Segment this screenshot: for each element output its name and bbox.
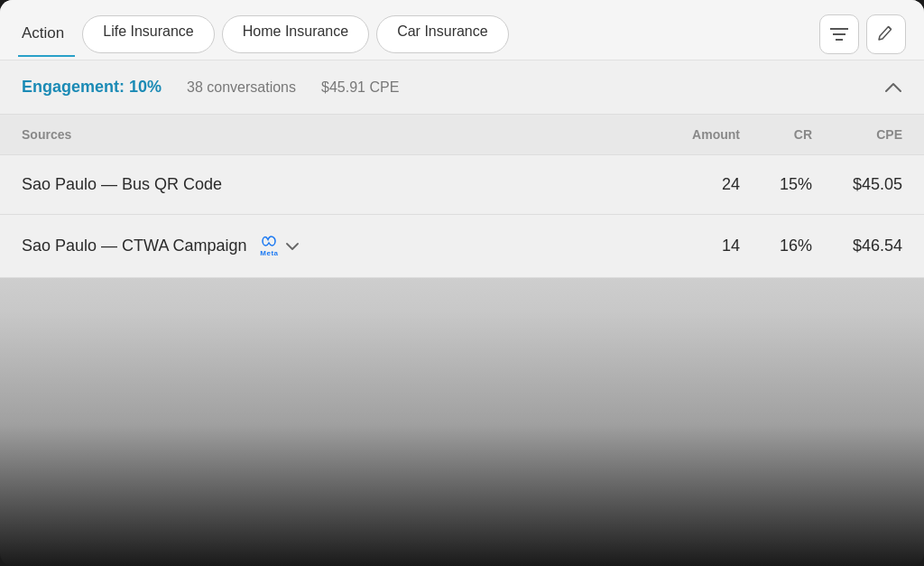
- meta-icon: Meta: [259, 235, 279, 257]
- tab-home-insurance[interactable]: Home Insurance: [222, 15, 369, 53]
- tab-car-insurance-label: Car Insurance: [397, 23, 488, 39]
- edit-button[interactable]: [866, 14, 906, 54]
- engagement-conversations: 38 conversations: [187, 79, 296, 96]
- edit-icon: [878, 24, 894, 45]
- col-header-sources: Sources: [22, 127, 632, 142]
- row-amount-2: 14: [632, 237, 740, 255]
- col-header-cpe: CPE: [812, 127, 902, 142]
- row-source-1: Sao Paulo — Bus QR Code: [22, 175, 632, 194]
- table-row: Sao Paulo — CTWA Campaign Meta 14 16%: [0, 215, 924, 278]
- col-header-cr: CR: [740, 127, 812, 142]
- meta-text: Meta: [260, 250, 278, 257]
- tab-bar: Action Life Insurance Home Insurance Car…: [0, 0, 924, 60]
- toolbar-icons: [819, 14, 906, 54]
- main-content: Engagement: 10% 38 conversations $45.91 …: [0, 60, 924, 278]
- tab-life-insurance-label: Life Insurance: [103, 23, 194, 39]
- col-header-amount: Amount: [632, 127, 740, 142]
- engagement-cpe: $45.91 CPE: [321, 79, 399, 96]
- row-amount-1: 24: [632, 175, 740, 194]
- meta-logo: [259, 235, 279, 250]
- row-cpe-1: $45.05: [812, 175, 902, 194]
- row-cr-2: 16%: [740, 237, 812, 255]
- engagement-label: Engagement: 10%: [22, 78, 162, 97]
- tab-action-label: Action: [22, 24, 64, 42]
- row-source-label-1: Sao Paulo — Bus QR Code: [22, 175, 222, 194]
- tab-life-insurance[interactable]: Life Insurance: [82, 15, 215, 53]
- row-cr-1: 15%: [740, 175, 812, 194]
- row-source-2: Sao Paulo — CTWA Campaign Meta: [22, 235, 632, 257]
- filter-button[interactable]: [819, 14, 859, 54]
- app-container: Action Life Insurance Home Insurance Car…: [0, 0, 924, 566]
- tab-home-insurance-label: Home Insurance: [243, 23, 348, 39]
- row-cpe-2: $46.54: [812, 237, 902, 255]
- filter-icon: [828, 25, 850, 43]
- table-header: Sources Amount CR CPE: [0, 115, 924, 155]
- row-expand-button[interactable]: [286, 239, 299, 254]
- tab-action[interactable]: Action: [18, 17, 75, 57]
- tab-car-insurance[interactable]: Car Insurance: [376, 15, 509, 53]
- row-source-label-2: Sao Paulo — CTWA Campaign: [22, 237, 246, 255]
- engagement-row: Engagement: 10% 38 conversations $45.91 …: [0, 60, 924, 115]
- collapse-button[interactable]: [884, 77, 902, 97]
- table-row: Sao Paulo — Bus QR Code 24 15% $45.05: [0, 155, 924, 215]
